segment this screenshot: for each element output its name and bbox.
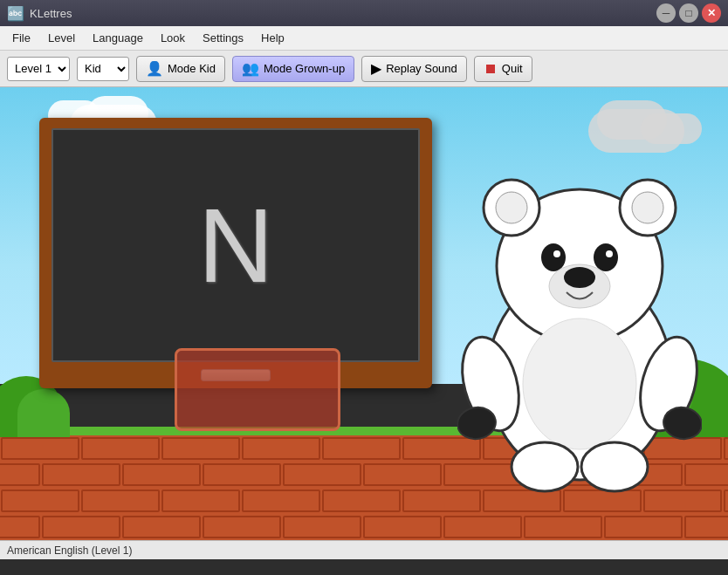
- titlebar-left: 🔤 KLettres: [7, 5, 72, 22]
- titlebar: 🔤 KLettres ─ □ ✕: [0, 0, 728, 26]
- menu-file[interactable]: File: [3, 28, 39, 48]
- statusbar-text: American English (Level 1): [7, 544, 132, 557]
- svg-point-18: [581, 442, 648, 491]
- replay-sound-label: Replay Sound: [386, 62, 457, 75]
- quit-icon: ⏹: [484, 61, 498, 77]
- quit-label: Quit: [502, 62, 523, 75]
- menu-settings[interactable]: Settings: [194, 28, 252, 48]
- answer-input-box[interactable]: [175, 348, 340, 431]
- mode-kid-label: Mode Kid: [168, 62, 216, 75]
- svg-point-7: [594, 243, 618, 271]
- chalk-letter: N: [198, 185, 274, 305]
- maximize-button[interactable]: □: [679, 3, 698, 23]
- svg-point-6: [541, 243, 566, 271]
- menu-help[interactable]: Help: [252, 28, 293, 48]
- mode-grownup-icon: 👥: [242, 60, 259, 77]
- app-icon: 🔤: [7, 5, 24, 22]
- svg-point-16: [523, 318, 636, 449]
- menu-look[interactable]: Look: [152, 28, 194, 48]
- toolbar: Level 1 Level 2 Level 3 Level 4 Kid Adul…: [0, 51, 728, 87]
- bear: [457, 131, 702, 497]
- svg-point-17: [512, 442, 578, 491]
- mode-grownup-label: Mode Grown-up: [264, 62, 345, 75]
- close-button[interactable]: ✕: [702, 3, 721, 23]
- bush-left2: [17, 389, 70, 437]
- svg-point-5: [632, 192, 663, 223]
- menu-language[interactable]: Language: [84, 28, 152, 48]
- svg-point-11: [564, 267, 595, 288]
- statusbar: American English (Level 1): [0, 540, 728, 559]
- titlebar-controls: ─ □ ✕: [656, 3, 721, 23]
- chalkboard-surface: N: [52, 128, 420, 362]
- svg-point-9: [606, 250, 613, 257]
- canvas-area: N: [0, 87, 728, 540]
- replay-sound-button[interactable]: ▶ Replay Sound: [361, 56, 467, 82]
- minimize-button[interactable]: ─: [656, 3, 676, 23]
- menubar: File Level Language Look Settings Help: [0, 26, 728, 51]
- mode-kid-icon: 👤: [146, 60, 163, 77]
- menu-level[interactable]: Level: [39, 28, 84, 48]
- quit-button[interactable]: ⏹ Quit: [474, 56, 532, 82]
- replay-sound-icon: ▶: [371, 60, 381, 77]
- mode-grownup-button[interactable]: 👥 Mode Grown-up: [232, 56, 354, 82]
- svg-point-8: [553, 250, 560, 257]
- language-select[interactable]: Kid Adult: [77, 57, 129, 81]
- mode-kid-button[interactable]: 👤 Mode Kid: [136, 56, 225, 82]
- svg-point-3: [496, 192, 527, 223]
- level-select[interactable]: Level 1 Level 2 Level 3 Level 4: [7, 57, 70, 81]
- titlebar-title: KLettres: [30, 7, 72, 20]
